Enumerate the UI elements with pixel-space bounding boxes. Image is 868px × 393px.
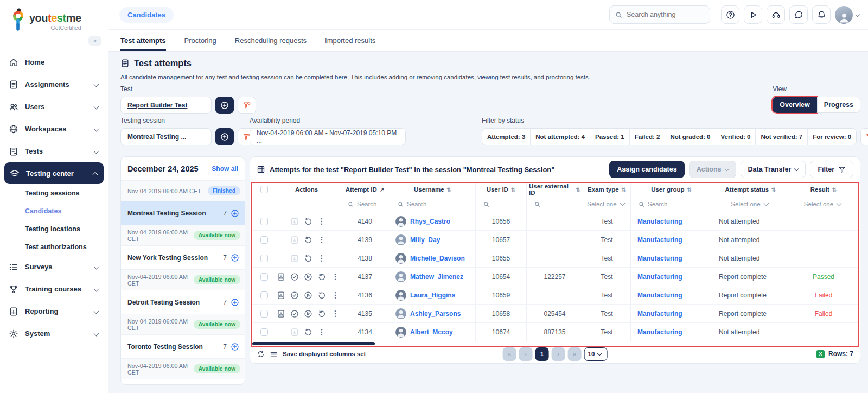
verify-icon[interactable] — [290, 309, 299, 318]
column-header[interactable]: Result — [789, 183, 858, 196]
sidebar-item[interactable]: Surveys — [0, 256, 108, 278]
column-filter[interactable]: Search Search — [340, 196, 390, 212]
row-menu-icon[interactable] — [331, 272, 340, 281]
status-pill[interactable]: Not verified: 7 — [755, 129, 807, 145]
sidebar-item[interactable]: Reporting — [0, 300, 108, 322]
sidebar-item[interactable]: Users — [0, 96, 108, 118]
clear-test-filter-button[interactable] — [238, 97, 256, 114]
reset-attempt-icon[interactable] — [317, 309, 326, 318]
column-header[interactable]: Exam type — [583, 183, 631, 196]
username-link[interactable]: Rhys_Castro — [410, 218, 450, 225]
session-add-button[interactable] — [231, 253, 239, 262]
assign-candidates-button[interactable]: Assign candidates — [609, 161, 684, 178]
row-checkbox[interactable] — [260, 328, 268, 336]
reset-attempt-icon[interactable] — [317, 291, 326, 300]
sort-icon[interactable] — [511, 187, 515, 193]
filter-button[interactable]: Filter — [810, 161, 853, 178]
username-link[interactable]: Michelle_Davison — [410, 255, 465, 262]
column-header[interactable]: Attempt ID — [340, 183, 390, 196]
column-header[interactable]: Username — [390, 183, 476, 196]
row-menu-icon[interactable] — [317, 217, 326, 226]
user-group-link[interactable]: Manufacturing — [637, 328, 682, 336]
status-pill[interactable]: Not attempted: 4 — [530, 129, 590, 145]
session-field[interactable]: Montreal Testing ... — [120, 128, 212, 145]
sort-icon[interactable] — [576, 187, 580, 193]
last-page-button[interactable]: » — [568, 347, 582, 361]
user-group-link[interactable]: Manufacturing — [637, 291, 682, 299]
username-link[interactable]: Mathew_Jimenez — [410, 273, 463, 281]
column-filter[interactable]: Search Search — [631, 196, 712, 212]
report-icon[interactable] — [290, 254, 299, 263]
username-link[interactable]: Milly_Day — [410, 236, 440, 244]
column-filter[interactable] — [276, 196, 340, 212]
select-all-checkbox[interactable] — [260, 186, 268, 193]
status-pill[interactable]: Failed: 2 — [629, 129, 665, 145]
play-attempt-icon[interactable] — [304, 309, 312, 318]
clear-status-filter-button[interactable] — [860, 128, 868, 145]
report-icon[interactable] — [290, 217, 299, 226]
sidebar-item[interactable]: Training courses — [0, 278, 108, 300]
sidebar-item[interactable]: Test authorizations — [0, 238, 108, 256]
status-pill[interactable]: Not graded: 0 — [665, 129, 715, 145]
first-page-button[interactable]: « — [503, 347, 516, 361]
reset-attempt-icon[interactable] — [304, 217, 312, 226]
status-pill[interactable]: Passed: 1 — [590, 129, 629, 145]
sort-icon[interactable] — [622, 187, 626, 193]
user-menu[interactable] — [835, 6, 859, 24]
username-link[interactable]: Albert_Mccoy — [410, 328, 453, 336]
sidebar-collapse-button[interactable]: « — [88, 36, 101, 46]
reset-attempt-icon[interactable] — [317, 272, 326, 281]
column-header[interactable]: User group — [631, 183, 712, 196]
session-list-item[interactable]: Nov-04-2019 06:00 AM CET Available now — [121, 359, 245, 379]
next-page-button[interactable]: › — [552, 347, 565, 361]
verify-icon[interactable] — [290, 272, 299, 281]
session-link[interactable]: Montreal Testing ... — [127, 133, 186, 141]
reset-attempt-icon[interactable] — [304, 236, 312, 244]
topbar-icon-button[interactable] — [744, 5, 762, 24]
sort-icon[interactable] — [380, 187, 384, 193]
session-list-item[interactable]: Nov-04-2019 06:00 AM CET Available now — [121, 270, 245, 290]
session-add-button[interactable] — [231, 298, 239, 307]
session-list-item[interactable]: Nov-04-2019 06:00 AM CET Finished — [121, 181, 245, 201]
session-add-button[interactable] — [231, 343, 239, 351]
session-list-item[interactable]: Montreal Testing Session 7 — [121, 201, 245, 225]
sort-icon[interactable] — [447, 187, 451, 193]
show-all-link[interactable]: Show all — [212, 165, 238, 173]
breadcrumb[interactable]: Candidates — [119, 7, 174, 23]
columns-menu-icon[interactable] — [270, 350, 278, 358]
user-group-link[interactable]: Manufacturing — [637, 218, 682, 225]
report-icon[interactable] — [277, 309, 285, 318]
topbar-icon-button[interactable] — [789, 5, 808, 24]
test-field[interactable]: Report Builder Test — [120, 97, 212, 114]
save-columns-link[interactable]: Save displayed columns set — [283, 351, 366, 357]
topbar-icon-button[interactable] — [767, 5, 785, 24]
column-header[interactable]: User ID — [476, 183, 527, 196]
column-filter[interactable] — [476, 196, 527, 212]
row-menu-icon[interactable] — [317, 328, 326, 337]
user-avatar[interactable] — [835, 6, 853, 24]
row-menu-icon[interactable] — [331, 291, 340, 300]
tab[interactable]: Test attempts — [120, 30, 166, 51]
username-link[interactable]: Ashley_Parsons — [410, 310, 461, 318]
row-checkbox[interactable] — [260, 273, 268, 281]
export-excel-icon[interactable]: X — [816, 350, 825, 358]
sidebar-item[interactable]: Tests — [0, 140, 108, 162]
user-group-link[interactable]: Manufacturing — [637, 310, 682, 318]
report-icon[interactable] — [277, 272, 285, 281]
view-option-button[interactable]: Progress — [817, 97, 860, 113]
refresh-icon[interactable] — [257, 350, 265, 358]
report-icon[interactable] — [290, 236, 299, 244]
sort-icon[interactable] — [832, 187, 837, 193]
test-link[interactable]: Report Builder Test — [127, 102, 187, 109]
row-menu-icon[interactable] — [317, 236, 326, 244]
page-number-button[interactable]: 1 — [535, 347, 549, 361]
sort-icon[interactable] — [771, 187, 776, 193]
row-checkbox[interactable] — [260, 310, 268, 318]
report-icon[interactable] — [290, 328, 299, 337]
reset-attempt-icon[interactable] — [304, 328, 312, 337]
view-option-button[interactable]: Overview — [773, 97, 817, 113]
column-filter[interactable] — [527, 196, 583, 212]
column-header[interactable]: User external ID — [527, 183, 583, 196]
session-add-button[interactable] — [231, 209, 239, 218]
sidebar-item[interactable]: Assignments — [0, 73, 108, 96]
